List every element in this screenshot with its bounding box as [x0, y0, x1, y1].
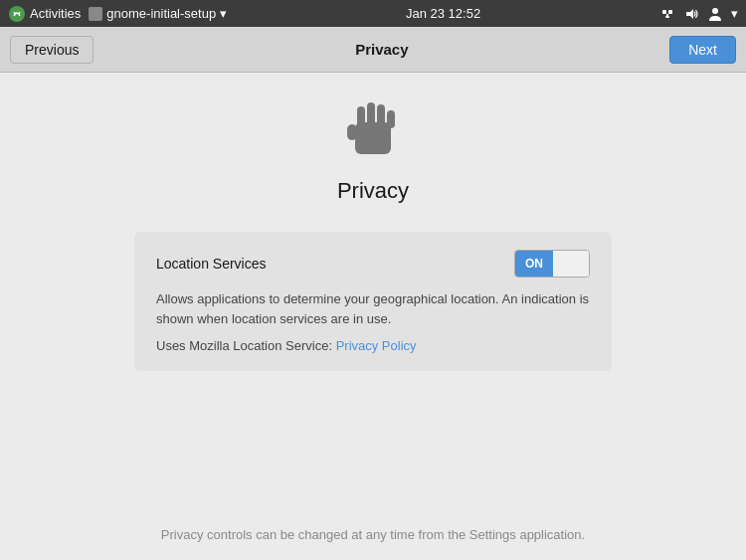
svg-marker-7 — [686, 9, 693, 19]
svg-rect-13 — [387, 110, 395, 128]
footer-note: Privacy controls can be changed at any t… — [161, 527, 585, 542]
next-button[interactable]: Next — [669, 36, 736, 64]
activities-logo-icon — [8, 5, 26, 23]
mozilla-link-row: Uses Mozilla Location Service: Privacy P… — [156, 338, 590, 353]
power-icon[interactable] — [707, 6, 723, 22]
network-icon[interactable] — [659, 6, 675, 22]
svg-point-0 — [9, 6, 25, 22]
svg-rect-12 — [377, 104, 385, 126]
app-name-label: gnome-initial-setup — [106, 6, 216, 21]
svg-rect-10 — [357, 106, 365, 128]
topbar-dropdown-icon[interactable]: ▾ — [731, 6, 738, 21]
previous-button[interactable]: Previous — [10, 36, 93, 64]
svg-point-1 — [14, 12, 16, 14]
location-description: Allows applications to determine your ge… — [156, 289, 590, 328]
svg-rect-3 — [662, 10, 666, 14]
svg-rect-5 — [665, 16, 669, 18]
privacy-policy-link[interactable]: Privacy Policy — [336, 338, 417, 353]
topbar-left: Activities gnome-initial-setup ▾ — [8, 5, 227, 23]
app-dot-icon — [89, 7, 102, 21]
main-content: Privacy Location Services ON Allows appl… — [0, 73, 746, 560]
link-prefix-text: Uses Mozilla Location Service: — [156, 338, 336, 353]
privacy-icon — [337, 93, 409, 164]
toggle-off-label[interactable] — [553, 251, 589, 277]
app-dropdown-icon: ▾ — [220, 6, 227, 21]
settings-panel: Location Services ON Allows applications… — [134, 232, 612, 371]
toggle-on-label[interactable]: ON — [515, 251, 553, 277]
activities-label: Activities — [30, 6, 81, 21]
headerbar: Previous Privacy Next — [0, 27, 746, 73]
topbar-datetime: Jan 23 12:52 — [406, 6, 480, 21]
system-topbar: Activities gnome-initial-setup ▾ Jan 23 … — [0, 0, 746, 27]
header-title: Privacy — [355, 41, 408, 58]
location-services-label: Location Services — [156, 256, 267, 272]
svg-point-8 — [712, 8, 718, 14]
location-services-row: Location Services ON — [156, 250, 590, 278]
svg-rect-4 — [668, 10, 672, 14]
page-title: Privacy — [337, 178, 409, 204]
location-toggle[interactable]: ON — [514, 250, 590, 278]
svg-point-2 — [19, 12, 21, 14]
svg-rect-11 — [367, 102, 375, 126]
activities-button[interactable]: Activities — [8, 5, 81, 23]
topbar-right: ▾ — [659, 6, 738, 22]
volume-icon[interactable] — [683, 6, 699, 22]
app-name-group[interactable]: gnome-initial-setup ▾ — [89, 6, 227, 21]
svg-rect-6 — [666, 14, 668, 16]
svg-rect-14 — [347, 124, 357, 140]
